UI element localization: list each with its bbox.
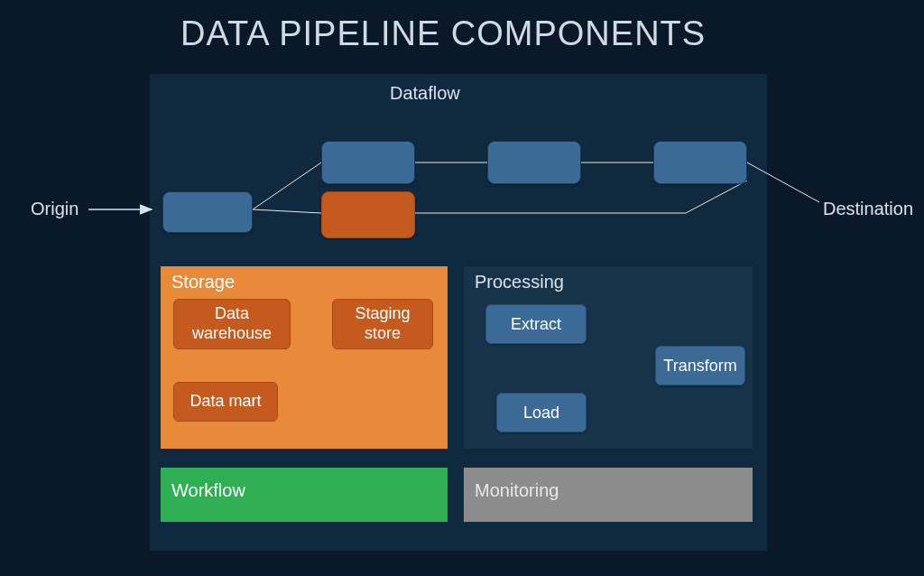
- storage-data-warehouse: Data warehouse: [173, 299, 291, 349]
- processing-panel: Processing Extract Transform Load: [464, 266, 753, 449]
- monitoring-title: Monitoring: [475, 480, 559, 501]
- storage-staging-store: Staging store: [332, 299, 433, 349]
- dataflow-label: Dataflow: [390, 83, 460, 104]
- page-title: DATA PIPELINE COMPONENTS: [180, 14, 706, 53]
- dataflow-node-2: [321, 141, 415, 184]
- workflow-panel: Workflow: [161, 468, 448, 522]
- origin-label: Origin: [31, 199, 79, 219]
- dataflow-node-4: [487, 141, 581, 184]
- processing-load: Load: [496, 393, 587, 432]
- dataflow-node-1: [162, 191, 253, 233]
- processing-title: Processing: [475, 272, 564, 293]
- storage-title: Storage: [171, 272, 235, 293]
- workflow-title: Workflow: [171, 480, 245, 501]
- monitoring-panel: Monitoring: [464, 468, 753, 522]
- storage-panel: Storage Data warehouse Staging store Dat…: [161, 266, 448, 449]
- processing-transform: Transform: [655, 346, 745, 386]
- dataflow-node-5: [653, 141, 747, 184]
- processing-extract: Extract: [485, 304, 587, 344]
- dataflow-node-3-orange: [321, 191, 415, 238]
- destination-label: Destination: [823, 199, 913, 219]
- storage-data-mart: Data mart: [173, 382, 278, 422]
